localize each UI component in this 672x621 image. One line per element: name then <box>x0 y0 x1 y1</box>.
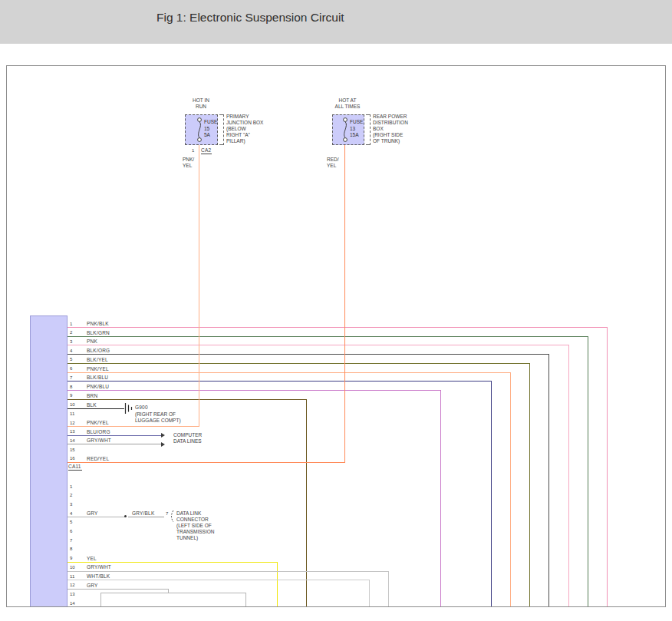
wire-label: RED/YEL <box>87 456 109 461</box>
wire-label: BLK/ORG <box>87 348 110 353</box>
figure-title-bar: Fig 1: Electronic Suspension Circuit <box>0 0 672 44</box>
wire-fuse15-drop <box>199 144 199 427</box>
fuse-text: FUSE 13 15A <box>350 119 363 139</box>
wire-label: GRY/WHT <box>87 564 111 570</box>
page: { "header": { "title": "Fig 1: Electroni… <box>0 0 672 621</box>
pin-number: 2 <box>70 493 72 497</box>
wire-b11-v <box>369 580 370 606</box>
pin-number: 7 <box>70 538 72 543</box>
wire-label: BLK/BLU <box>87 375 108 380</box>
wire-label: PNK/YEL <box>87 420 109 425</box>
ground-icon <box>124 402 133 415</box>
pin-number: 14 <box>70 601 75 606</box>
wire-pin1-v <box>607 327 608 606</box>
wire-pin3-h <box>66 345 568 345</box>
pin-number: 5 <box>70 520 72 524</box>
fuse-icon <box>195 117 204 143</box>
computer-data-lines-label: COMPUTER DATA LINES <box>173 432 202 444</box>
wire-b4-h <box>66 517 126 517</box>
wire-b12-h <box>66 589 169 590</box>
wire-pin2-h <box>66 336 588 337</box>
pin-number: 4 <box>70 511 72 516</box>
dlc-label: DATA LINK CONNECTOR (LEFT SIDE OF TRANSM… <box>176 510 214 541</box>
dlc-wire-label: GRY/BLK <box>132 510 154 516</box>
fuse-number: 13 <box>350 126 363 133</box>
pin-number: 13 <box>70 429 75 434</box>
connector-id: CA11 <box>68 464 82 471</box>
wire-fuse13-drop <box>344 144 345 463</box>
wire-label: GRY <box>87 510 98 516</box>
connector-block <box>30 315 68 607</box>
fuse-connector-id: CA2 <box>201 147 212 154</box>
computer-data-arrow <box>161 433 165 438</box>
wire-pin1-h <box>66 327 607 328</box>
pin-number: 1 <box>70 484 72 489</box>
fuse-name: FUSE <box>204 119 217 126</box>
wire-label: PNK/YEL <box>87 366 109 372</box>
fuse-rating: 5A <box>204 132 217 139</box>
pin-number: 8 <box>70 385 72 389</box>
wire-label: BRN <box>87 393 97 398</box>
wire-b10-v <box>388 571 389 606</box>
wire-label: YEL <box>87 556 97 561</box>
pin-number: 6 <box>70 366 72 371</box>
wire-pin3-v <box>568 345 569 606</box>
pin-number: 5 <box>70 357 72 362</box>
pin-number: 2 <box>70 330 72 335</box>
wire-label: PNK/BLK <box>87 321 109 326</box>
wire-pin4-v <box>548 354 549 606</box>
pin-number: 12 <box>70 583 75 587</box>
fuse-location: REAR POWER DISTRIBUTION BOX (RIGHT SIDE … <box>373 114 408 144</box>
fuse-box: FUSE 15 5A <box>185 114 218 145</box>
fuse-icon <box>341 117 350 143</box>
computer-data-arrow <box>161 442 165 447</box>
fuse-box-bracket <box>219 114 224 145</box>
pin-number: 10 <box>70 402 75 407</box>
ground-id: G900 <box>135 405 148 410</box>
wire-pin14-h <box>66 444 161 444</box>
dlc-pin-number: 7 <box>166 511 168 516</box>
pin-number: 9 <box>70 556 72 560</box>
wire-label: GRY <box>87 583 98 588</box>
wire-pin6-h <box>66 372 510 373</box>
fuse-wire-label: RED/ YEL <box>327 157 339 169</box>
hot-label: HOT IN RUN <box>182 97 220 110</box>
wire-pin4-h <box>66 354 548 355</box>
pin-number: 6 <box>70 529 72 533</box>
pin-number: 14 <box>70 438 75 443</box>
fuse-wire-label: PNK/ YEL <box>183 157 194 169</box>
wire-label: BLK <box>87 402 97 408</box>
wire-pin9-v <box>306 399 307 606</box>
wire-pin7-h <box>66 381 491 382</box>
wire-label: BLU/ORG <box>87 429 110 434</box>
wire-b10-h <box>66 571 389 572</box>
wire-label: PNK/BLU <box>87 384 109 389</box>
fuse-name: FUSE <box>350 119 363 126</box>
fuse-pin-number: 1 <box>192 148 194 153</box>
wire-label: PNK <box>87 339 97 344</box>
pin-number: 11 <box>70 411 74 416</box>
wire-pin16-h <box>66 462 345 463</box>
pin-number: 11 <box>70 574 74 579</box>
wire-pin10-h <box>66 408 124 409</box>
wire-b4-h2 <box>128 517 164 517</box>
fuse-location: PRIMARY JUNCTION BOX (BELOW RIGHT "A" PI… <box>226 114 263 144</box>
wire-b11-h <box>66 580 370 580</box>
pin-number: 9 <box>70 393 72 398</box>
wire-pin6-v <box>510 372 511 606</box>
diagram-canvas: 1PNK/BLK2BLK/GRN3PNK4BLK/ORG5BLK/YEL6PNK… <box>6 65 666 607</box>
wire-label: BLK/YEL <box>87 357 108 362</box>
pin-number: 16 <box>70 456 75 461</box>
pin-number: 13 <box>70 592 75 596</box>
pin-number: 3 <box>70 339 72 344</box>
wire-pin8-v <box>440 390 441 606</box>
pin-number: 4 <box>70 348 72 353</box>
wire-pin8-h <box>66 390 440 391</box>
wire-pin5-v <box>529 363 530 606</box>
wire-b9-v <box>277 562 278 606</box>
pin-number: 8 <box>70 547 72 551</box>
component-box <box>100 593 246 607</box>
pin-number: 3 <box>70 502 72 507</box>
wire-label: BLK/GRN <box>87 330 110 335</box>
wire-label: GRY/WHT <box>87 438 111 443</box>
